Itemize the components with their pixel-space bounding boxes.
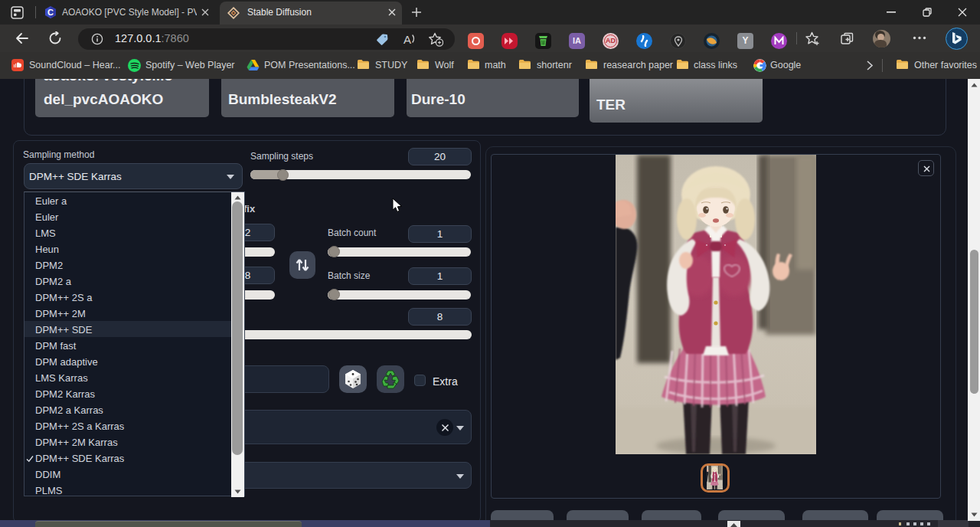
svg-text:A: A bbox=[403, 33, 411, 46]
svg-text:C: C bbox=[47, 8, 54, 17]
